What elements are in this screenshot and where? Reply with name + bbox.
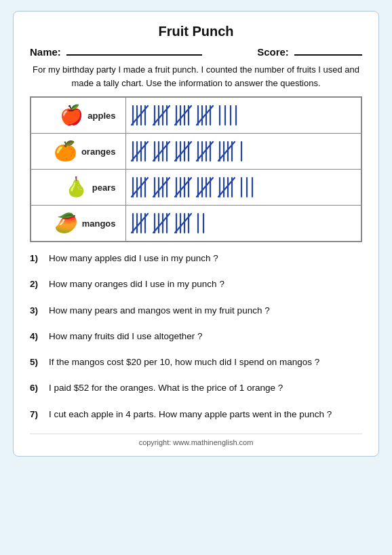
apples-label: apples (87, 111, 115, 121)
question-2: 2) How many oranges did I use in my punc… (30, 278, 362, 291)
page-title: Fruit Punch (30, 24, 362, 39)
oranges-icon: 🍊 (54, 142, 77, 161)
oranges-label: oranges (81, 147, 116, 157)
question-6: 6) I paid $52 for the oranges. What is t… (30, 381, 362, 395)
question-text: I paid $52 for the oranges. What is the … (49, 381, 362, 395)
question-text: How many pears and mangos went in my fru… (49, 304, 362, 318)
fruit-cell-apples: 🍎 apples (31, 97, 125, 134)
question-3: 3) How many pears and mangos went in my … (30, 304, 362, 318)
name-score-row: Name: Score: (30, 46, 362, 58)
table-row: 🍐 pears (31, 170, 361, 206)
name-label: Name: (30, 46, 202, 58)
question-number: 1) (30, 252, 49, 265)
fruit-cell-oranges: 🍊 oranges (31, 134, 125, 170)
tally-cell-mangos (125, 206, 361, 242)
table-row: 🍎 apples (31, 97, 361, 134)
question-text: How many apples did I use in my punch ? (49, 252, 362, 265)
question-text: How many oranges did I use in my punch ? (49, 278, 362, 291)
question-text: If the mangos cost $20 per 10, how much … (49, 356, 362, 369)
tally-cell-pears (125, 170, 361, 206)
question-4: 4) How many fruits did I use altogether … (30, 330, 362, 343)
question-number: 6) (30, 381, 49, 395)
fruit-cell-pears: 🍐 pears (31, 170, 125, 206)
tally-chart: 🍎 apples 🍊 oranges 🍐 pears 🥭 mangos (30, 96, 362, 242)
question-1: 1) How many apples did I use in my punch… (30, 252, 362, 265)
question-7: 7) I cut each apple in 4 parts. How many… (30, 408, 362, 421)
question-number: 3) (30, 304, 49, 318)
question-text: How many fruits did I use altogether ? (49, 330, 362, 343)
mangos-icon: 🥭 (54, 214, 78, 233)
copyright: copyright: www.mathinenglish.com (30, 434, 362, 446)
page: Fruit Punch Name: Score: For my birthday… (13, 11, 379, 457)
tally-cell-apples (125, 97, 361, 134)
mangos-label: mangos (82, 218, 116, 229)
question-number: 4) (30, 330, 49, 343)
intro-text: For my birthday party I made a fruit pun… (30, 63, 362, 90)
pears-label: pears (92, 183, 116, 193)
question-5: 5) If the mangos cost $20 per 10, how mu… (30, 356, 362, 369)
table-row: 🥭 mangos (31, 206, 361, 242)
question-number: 2) (30, 278, 49, 291)
table-row: 🍊 oranges (31, 134, 361, 170)
question-number: 7) (30, 408, 49, 421)
questions-section: 1) How many apples did I use in my punch… (30, 252, 362, 421)
question-number: 5) (30, 356, 49, 369)
name-underline (66, 54, 202, 56)
tally-cell-oranges (125, 134, 361, 170)
pears-icon: 🍐 (64, 178, 88, 197)
score-label: Score: (257, 46, 362, 58)
fruit-cell-mangos: 🥭 mangos (31, 206, 125, 242)
apples-icon: 🍎 (60, 106, 83, 125)
question-text: I cut each apple in 4 parts. How many ap… (49, 408, 362, 421)
score-underline (294, 54, 362, 56)
